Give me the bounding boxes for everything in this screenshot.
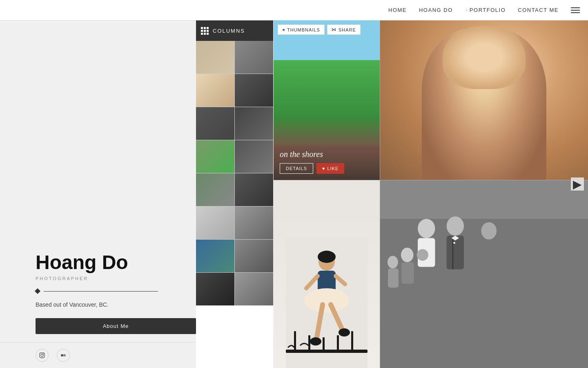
divider bbox=[36, 289, 158, 293]
like-button[interactable]: ♥ LIKE bbox=[316, 163, 344, 174]
diamond-icon bbox=[35, 288, 40, 294]
next-arrow[interactable]: ▶ bbox=[571, 177, 584, 191]
svg-point-3 bbox=[41, 354, 43, 357]
about-me-button[interactable]: About Me bbox=[36, 318, 196, 334]
thumbnail-item[interactable] bbox=[196, 273, 234, 305]
dancer-photo bbox=[274, 180, 380, 368]
svg-rect-23 bbox=[351, 331, 353, 352]
svg-point-14 bbox=[310, 337, 321, 346]
gallery-toolbar: ◂ THUMBNAILS ⋈ SHARE bbox=[274, 20, 380, 39]
action-buttons: DETAILS ♥ LIKE bbox=[280, 163, 374, 174]
svg-rect-21 bbox=[323, 337, 325, 353]
nav-home[interactable]: HOME bbox=[388, 7, 407, 13]
thumbnail-item[interactable] bbox=[235, 41, 273, 74]
svg-point-27 bbox=[418, 219, 435, 238]
svg-point-5 bbox=[61, 354, 63, 357]
svg-point-39 bbox=[417, 249, 428, 260]
svg-point-38 bbox=[453, 242, 455, 244]
thumbnail-item[interactable] bbox=[196, 240, 234, 272]
nav-portfolio[interactable]: +PORTFOLIO bbox=[465, 7, 506, 13]
gallery-featured-photo: ◂ THUMBNAILS ⋈ SHARE on the shores DETAI… bbox=[274, 20, 380, 180]
sidebar-footer bbox=[0, 342, 196, 368]
svg-rect-20 bbox=[308, 335, 310, 352]
sidebar: × Hoang Do PHOTOGRAPHER Based out of Van… bbox=[0, 0, 196, 368]
details-button[interactable]: DETAILS bbox=[280, 163, 313, 174]
nav-plus-icon: + bbox=[465, 7, 469, 13]
gallery-wedding-photo bbox=[380, 180, 588, 368]
thumbnail-item[interactable] bbox=[235, 240, 273, 272]
svg-point-29 bbox=[447, 216, 464, 236]
instagram-icon[interactable] bbox=[36, 349, 49, 362]
flickr-icon[interactable] bbox=[57, 349, 70, 362]
nav-hoangdo[interactable]: HOANG DO bbox=[419, 7, 453, 13]
sidebar-content: Hoang Do PHOTOGRAPHER Based out of Vanco… bbox=[0, 20, 196, 342]
svg-point-35 bbox=[388, 256, 398, 269]
svg-rect-2 bbox=[40, 353, 45, 358]
svg-rect-34 bbox=[482, 240, 496, 269]
thumbnail-item[interactable] bbox=[235, 206, 273, 239]
svg-rect-36 bbox=[388, 268, 399, 287]
share-button[interactable]: ⋈ SHARE bbox=[327, 25, 361, 35]
photographer-title: PHOTOGRAPHER bbox=[36, 276, 196, 281]
thumbnail-item[interactable] bbox=[196, 206, 234, 239]
svg-point-6 bbox=[63, 354, 66, 357]
chevron-left-icon: ◂ bbox=[282, 27, 285, 32]
svg-point-11 bbox=[304, 288, 349, 313]
photo-title: on the shores bbox=[280, 150, 374, 159]
thumbnail-item[interactable] bbox=[196, 140, 234, 173]
columns-header: COLUMNS bbox=[196, 20, 273, 41]
main-gallery: ◂ THUMBNAILS ⋈ SHARE on the shores DETAI… bbox=[274, 20, 588, 368]
thumbnail-item[interactable] bbox=[196, 173, 234, 206]
svg-rect-19 bbox=[294, 331, 296, 352]
portrait-photo bbox=[380, 20, 588, 180]
thumbnail-item[interactable] bbox=[196, 107, 234, 140]
photographer-name: Hoang Do bbox=[36, 252, 196, 274]
thumbnail-item[interactable] bbox=[196, 74, 234, 107]
wedding-svg bbox=[380, 180, 588, 368]
svg-point-31 bbox=[401, 248, 414, 262]
wedding-photo bbox=[380, 180, 588, 368]
thumbnail-item[interactable] bbox=[235, 273, 273, 305]
svg-point-33 bbox=[481, 222, 497, 239]
svg-point-15 bbox=[339, 328, 350, 337]
thumbnail-item[interactable] bbox=[235, 74, 273, 107]
svg-rect-32 bbox=[401, 262, 414, 284]
thumbnail-item[interactable] bbox=[235, 173, 273, 206]
svg-point-9 bbox=[318, 251, 336, 263]
gallery-overlay: on the shores DETAILS ♥ LIKE bbox=[274, 144, 380, 180]
share-icon: ⋈ bbox=[332, 27, 336, 32]
thumbnails-button[interactable]: ◂ THUMBNAILS bbox=[278, 25, 325, 35]
dancer-svg bbox=[286, 237, 368, 368]
svg-point-4 bbox=[43, 354, 44, 355]
hamburger-menu-icon[interactable] bbox=[571, 7, 580, 13]
gallery-dancer-photo bbox=[274, 180, 380, 368]
grid-icon bbox=[201, 27, 209, 35]
divider-line-element bbox=[44, 291, 158, 292]
svg-rect-18 bbox=[286, 350, 368, 353]
main-nav: HOME HOANG DO +PORTFOLIO CONTACT ME bbox=[0, 0, 588, 20]
svg-rect-22 bbox=[337, 335, 339, 353]
location-text: Based out of Vancouver, BC. bbox=[36, 301, 196, 308]
nav-contact[interactable]: CONTACT ME bbox=[518, 7, 559, 13]
columns-label: COLUMNS bbox=[213, 28, 245, 34]
thumbnail-grid bbox=[196, 41, 273, 305]
svg-rect-30 bbox=[447, 236, 464, 269]
columns-panel: COLUMNS bbox=[196, 20, 274, 368]
heart-icon: ♥ bbox=[322, 166, 325, 171]
gallery-portrait-photo bbox=[380, 20, 588, 180]
thumbnail-item[interactable] bbox=[235, 107, 273, 140]
thumbnail-item[interactable] bbox=[235, 140, 273, 173]
thumbnail-item[interactable] bbox=[196, 41, 234, 74]
